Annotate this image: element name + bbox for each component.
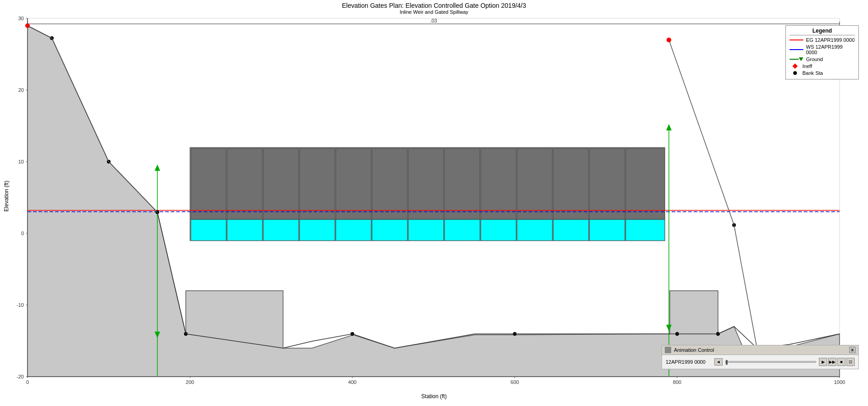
svg-rect-47 — [408, 220, 444, 241]
svg-rect-49 — [445, 220, 480, 241]
svg-rect-38 — [263, 148, 299, 220]
svg-text:0: 0 — [21, 231, 24, 236]
svg-rect-44 — [372, 148, 407, 220]
ineff-label: Ineff — [802, 63, 812, 69]
ground-line-icon — [790, 59, 799, 60]
animation-title-row: Animation Control — [665, 347, 714, 353]
svg-rect-48 — [445, 148, 480, 220]
svg-text:200: 200 — [186, 379, 194, 385]
svg-rect-53 — [517, 220, 552, 241]
animation-icon — [665, 347, 671, 353]
svg-rect-46 — [408, 148, 444, 220]
svg-text:800: 800 — [673, 379, 681, 385]
legend-row-banksta: Bank Sta — [790, 70, 855, 76]
svg-rect-51 — [481, 220, 516, 241]
svg-text:600: 600 — [511, 379, 519, 385]
animation-control: Animation Control × 12APR1999 0000 ◄ ▶ ▶… — [662, 345, 859, 369]
svg-rect-35 — [191, 220, 226, 241]
svg-rect-50 — [481, 148, 516, 220]
animation-time-label: 12APR1999 0000 — [666, 359, 712, 365]
svg-rect-36 — [227, 148, 262, 220]
rewind-button[interactable]: ◄ — [714, 358, 723, 366]
animation-control-title: Animation Control — [674, 347, 714, 353]
svg-rect-37 — [227, 220, 262, 241]
frame-button[interactable]: ⊡ — [846, 358, 855, 366]
animation-control-header: Animation Control × — [662, 345, 858, 355]
svg-rect-56 — [590, 148, 625, 220]
right-red-dot — [667, 38, 671, 42]
svg-rect-45 — [372, 220, 407, 241]
eg-label: EG 12APR1999 0000 — [806, 37, 855, 43]
svg-rect-42 — [336, 148, 371, 220]
ground-triangle-icon — [799, 57, 803, 61]
legend-row-eg: EG 12APR1999 0000 — [790, 37, 855, 43]
ineff-diamond-icon — [792, 63, 797, 68]
legend-title: Legend — [790, 28, 855, 35]
svg-text:-20: -20 — [17, 374, 24, 379]
animation-slider[interactable] — [725, 361, 816, 363]
svg-text:30: 30 — [18, 16, 24, 21]
eg-line-icon — [790, 39, 803, 40]
svg-rect-40 — [300, 148, 335, 220]
svg-text:0: 0 — [26, 379, 29, 385]
legend-row-ineff: Ineff — [790, 63, 855, 69]
legend-row-ws: WS 12APR1999 0000 — [790, 44, 855, 55]
svg-rect-41 — [300, 220, 335, 241]
svg-rect-52 — [517, 148, 552, 220]
svg-rect-34 — [191, 148, 226, 220]
banksta-dot-icon — [793, 71, 797, 75]
legend-box: Legend EG 12APR1999 0000 WS 12APR1999 00… — [785, 25, 859, 79]
svg-rect-39 — [263, 220, 299, 241]
ws-label: WS 12APR1999 0000 — [806, 44, 855, 55]
svg-text:.03: .03 — [430, 18, 437, 23]
svg-rect-43 — [336, 220, 371, 241]
ws-line-icon — [790, 49, 803, 50]
play-forward-button[interactable]: ▶ — [819, 358, 827, 366]
svg-text:1000: 1000 — [834, 379, 845, 385]
gate-panels — [191, 148, 665, 241]
ground-label: Ground — [806, 56, 823, 62]
svg-rect-57 — [590, 220, 625, 241]
svg-rect-55 — [553, 220, 589, 241]
svg-text:10: 10 — [18, 159, 24, 164]
svg-rect-59 — [626, 220, 665, 241]
svg-text:-10: -10 — [17, 302, 24, 308]
svg-text:20: 20 — [18, 87, 24, 93]
play-fast-forward-button[interactable]: ▶▶ — [828, 358, 836, 366]
animation-control-body: 12APR1999 0000 ◄ ▶ ▶▶ ■ ⊡ — [662, 355, 858, 369]
stop-button[interactable]: ■ — [837, 358, 846, 366]
svg-rect-58 — [626, 148, 665, 220]
svg-text:400: 400 — [348, 379, 356, 385]
legend-row-ground: Ground — [790, 56, 855, 62]
play-controls: ▶ ▶▶ ■ ⊡ — [819, 358, 855, 366]
close-button[interactable]: × — [849, 347, 856, 353]
svg-rect-54 — [553, 148, 589, 220]
banksta-label: Bank Sta — [802, 70, 823, 76]
